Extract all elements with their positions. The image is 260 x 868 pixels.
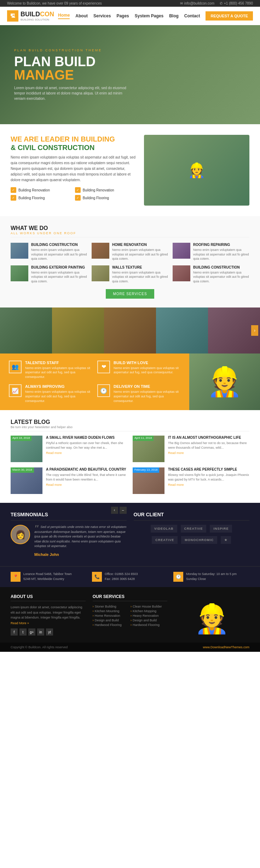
blog-post-3: March 30, 2018 A PARADISEMATIC AND BEAUT… (11, 467, 127, 494)
social-google[interactable]: g+ (28, 628, 35, 636)
feature-delivery-desc: Nemo enim ipsam voluptatem qua voluptas … (114, 390, 180, 403)
gallery-item-2 (52, 307, 104, 353)
feature-improving-title: ALWAYS IMPROVING (25, 384, 92, 389)
feature-2: ✓ Building Renovation (75, 187, 137, 193)
footer-service-stoner: Stoner Building (93, 605, 129, 608)
gallery-next-button[interactable]: › (251, 325, 258, 336)
phone-icon: ✆ (220, 1, 223, 5)
service-info-1: BUILDING CONSTRUCTION Nemo enim ipsam vo… (31, 243, 87, 261)
section-title-what: WHAT WE DO (11, 225, 249, 231)
services-grid: BUILDING CONSTRUCTION Nemo enim ipsam vo… (11, 243, 249, 284)
footer-worker-image: 👷 (194, 602, 230, 636)
service-walls-texture: WALLS TEXTURE Nemo enim ipsam voluptatem… (92, 265, 168, 284)
gallery-strip: › (0, 307, 260, 353)
blog-info-2: IT IS AN ALMOST UNORTHOGRAPHIC LIFE The … (168, 436, 249, 462)
testimonials-title: TESMINONIALS (11, 512, 48, 517)
testimonial-prev[interactable]: ‹ (111, 507, 118, 514)
service-building-construction-2: BUILDING CONSTRUCTION Nemo enim ipsam vo… (173, 265, 249, 284)
features-worker-image: 👷 (189, 353, 260, 410)
service-roofing: ROOFING REPAIRING Nemo enim ipsam volupt… (173, 243, 249, 261)
address-text: Lorance Road 5468, Tabibor Town5248 MT, … (23, 572, 72, 581)
testimonial-author: Michale John (34, 552, 127, 558)
feature-improving: 📈 ALWAYS IMPROVING Nemo enim ipsam volup… (9, 384, 92, 403)
service-img-5 (92, 265, 109, 281)
blog-info-3: A PARADISEMATIC AND BEAUTIFUL COUNTRY Th… (46, 467, 127, 494)
nav-about[interactable]: About (75, 13, 88, 18)
service-info-2: HOME RENOVATION Nemo enim ipsam voluptat… (112, 243, 168, 261)
footer-about-col: ABOUT US Lorem ipsum dolor sit amet, con… (11, 594, 86, 636)
logo-subtitle: BUILDING SOLUTION (21, 18, 54, 21)
nav-system-pages[interactable]: System Pages (135, 13, 163, 18)
blog-section: LATEST BLOG Be turn into your Newsletter… (0, 410, 260, 503)
service-name-6: BUILDING CONSTRUCTION (193, 265, 249, 269)
service-home-renovation: HOME RENOVATION Nemo enim ipsam voluptat… (92, 243, 168, 261)
blog-post-title-1: A SMALL RIVER NAMED DUDEN FLOWS (46, 436, 127, 439)
check-icon-3: ✓ (11, 195, 16, 201)
phone-footer-icon: 📞 (92, 572, 102, 582)
social-facebook[interactable]: f (11, 628, 18, 636)
footer-services-title: OUR SERVICES (93, 594, 168, 601)
blog-date-2: April 11, 2018 (133, 436, 154, 441)
service-info-4: BUILDING EXTERIOR PAINTING Nemo enim ips… (31, 265, 87, 284)
footer-services-list: Stoner Building Clean House Builder Kitc… (93, 605, 168, 627)
gallery-bg-3 (104, 307, 156, 353)
footer-worker-col: 👷 (174, 594, 249, 636)
more-services-button[interactable]: MORE SERVICES (106, 289, 154, 299)
footer-contact-bar: 📍 Lorance Road 5468, Tabibor Town5248 MT… (0, 566, 260, 587)
hero-section: PLAN BUILD CONSTRUCTION THEME PLAN BUILD… (0, 25, 260, 124)
testimonial-text: Sed ut perspiciatis unde omnis iste natu… (34, 525, 127, 557)
social-twitter[interactable]: t (19, 628, 27, 636)
talented-staff-icon: 👥 (9, 361, 22, 373)
footer-service-heavy-reno: Heavy Renovation (131, 614, 167, 617)
about-title: WE ARE LEADER IN BUILDING & CIVIL CONSTR… (11, 135, 137, 152)
client-inspire: INSPIRE (210, 525, 232, 533)
read-more-2[interactable]: Read more (168, 451, 249, 455)
feature-build-love: ❤ BUILD WITH LOVE Nemo enim ipsam volupt… (97, 361, 180, 379)
blog-info-1: A SMALL RIVER NAMED DUDEN FLOWS Pityful … (46, 436, 127, 462)
build-love-icon: ❤ (97, 361, 110, 373)
request-quote-button[interactable]: REQUEST A QUOTE (206, 11, 253, 21)
nav-blog[interactable]: Blog (169, 13, 179, 18)
hours-text: Monday to Saturday: 10 am to 5 pmSunday … (186, 572, 237, 581)
logo-text-group: BUILDCON BUILDING SOLUTION (21, 11, 54, 21)
check-icon-4: ✓ (75, 195, 81, 201)
about-description: Nemo enim ipsam voluptatem quia voluptas… (11, 155, 137, 183)
read-more-4[interactable]: Read more (168, 483, 249, 487)
nav-services[interactable]: Services (93, 13, 111, 18)
nav-contact[interactable]: Contact (184, 13, 200, 18)
service-desc-5: Nemo enim ipsam voluptatem qua voluptas … (112, 270, 168, 284)
feature-talented-desc: Nemo enim ipsam voluptatem qua voluptas … (25, 366, 92, 379)
gallery-bg-4 (156, 307, 208, 353)
testimonial-controls: ‹ – (111, 507, 127, 514)
footer-services-col: OUR SERVICES Stoner Building Clean House… (93, 594, 168, 636)
footer-about-title: ABOUT US (11, 594, 86, 601)
feature-love-text: BUILD WITH LOVE Nemo enim ipsam voluptat… (114, 361, 180, 375)
blog-info-4: THESE CASES ARE PERFECTLY SIMPLE Blowsy … (168, 467, 249, 494)
testimonial-quote: Sed ut perspiciatis unde omnis iste natu… (34, 525, 127, 557)
service-desc-6: Nemo enim ipsam voluptatem qua voluptas … (193, 270, 249, 284)
feature-improving-text: ALWAYS IMPROVING Nemo enim ipsam volupta… (25, 384, 92, 403)
social-linkedin[interactable]: in (37, 628, 44, 636)
service-desc-1: Nemo enim ipsam voluptatem qua voluptas … (31, 248, 87, 261)
service-img-4 (11, 265, 28, 281)
about-worker-image: 👷 (144, 135, 249, 206)
nav-home[interactable]: Home (58, 13, 70, 19)
top-bar-welcome: Welcome to Buildcon, we have over 09 yea… (7, 1, 102, 5)
nav-pages[interactable]: Pages (116, 13, 129, 18)
blog-grid: April 18, 2018 A SMALL RIVER NAMED DUDEN… (11, 436, 249, 494)
service-name-3: ROOFING REPAIRING (193, 243, 249, 247)
social-youtube[interactable]: yt (46, 628, 53, 636)
service-name-5: WALLS TEXTURE (112, 265, 168, 269)
footer-read-more[interactable]: Read More » (11, 621, 86, 625)
read-more-1[interactable]: Read more (46, 451, 127, 455)
section-subtitle-what: ALL WORKS UNDER ONE ROOF (11, 231, 249, 237)
feature-improving-desc: Nemo enim ipsam voluptatem qua voluptas … (25, 390, 92, 403)
navbar: 🏗 BUILDCON BUILDING SOLUTION Home About … (0, 7, 260, 25)
service-info-5: WALLS TEXTURE Nemo enim ipsam voluptatem… (112, 265, 168, 284)
read-more-3[interactable]: Read more (46, 483, 127, 487)
testimonial-next[interactable]: – (120, 507, 127, 514)
service-building-construction: BUILDING CONSTRUCTION Nemo enim ipsam vo… (11, 243, 87, 261)
blog-post-title-3: A PARADISEMATIC AND BEAUTIFUL COUNTRY (46, 467, 127, 471)
footer-service-design-2: Design and Build (131, 619, 167, 622)
client-videolab: VIDEOLAB (151, 525, 177, 533)
